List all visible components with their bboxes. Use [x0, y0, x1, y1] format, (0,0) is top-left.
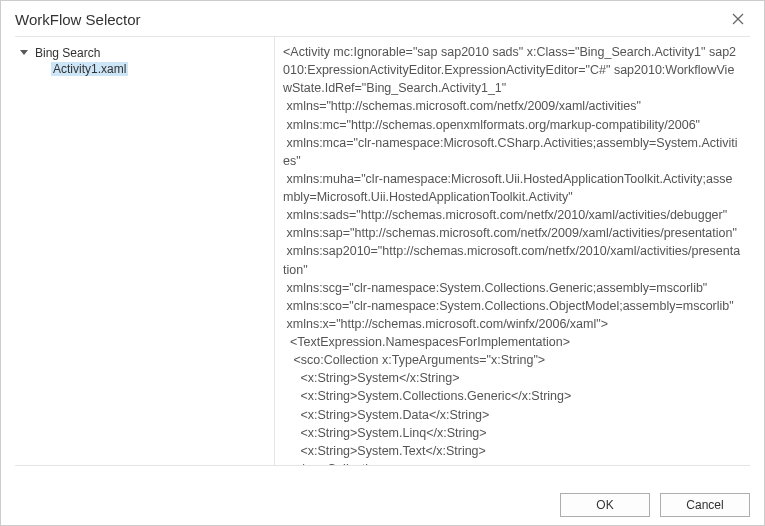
title-bar: WorkFlow Selector — [1, 1, 764, 36]
dialog-title: WorkFlow Selector — [15, 11, 141, 28]
expand-collapse-icon[interactable] — [19, 47, 31, 59]
tree-root-label: Bing Search — [35, 46, 100, 60]
xaml-content-panel[interactable]: <Activity mc:Ignorable="sap sap2010 sads… — [275, 37, 750, 465]
svg-marker-2 — [20, 50, 28, 55]
tree-root-item[interactable]: Bing Search — [19, 45, 270, 61]
cancel-button[interactable]: Cancel — [660, 493, 750, 517]
tree-child-label: Activity1.xaml — [51, 62, 128, 76]
close-button[interactable] — [726, 13, 750, 27]
button-bar: OK Cancel — [560, 493, 750, 517]
tree-panel[interactable]: Bing Search Activity1.xaml — [15, 37, 275, 465]
content-area: Bing Search Activity1.xaml <Activity mc:… — [15, 36, 750, 466]
ok-button[interactable]: OK — [560, 493, 650, 517]
tree-child-item[interactable]: Activity1.xaml — [51, 61, 270, 77]
close-icon — [732, 13, 744, 25]
